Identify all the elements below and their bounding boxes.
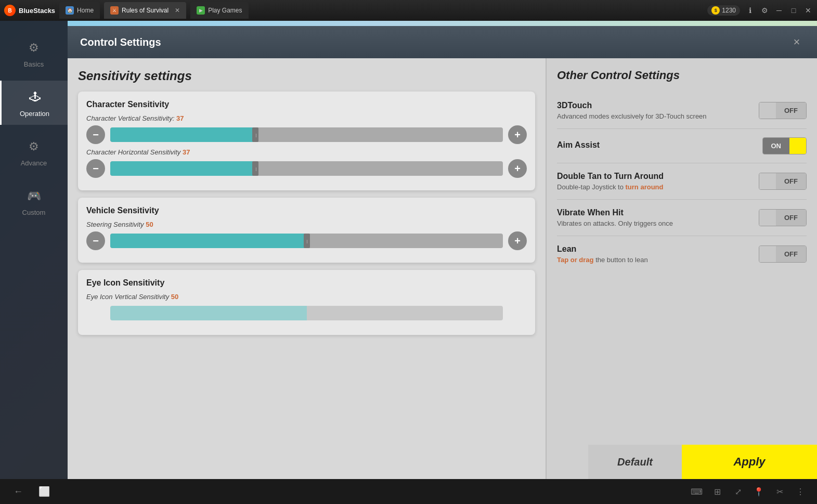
eye-sensitivity-card: Eye Icon Sensitivity Eye Icon Vertical S…	[78, 270, 535, 335]
control-settings-dialog: Control Settings × Sensitivity settings …	[68, 26, 817, 479]
advance-icon: ⚙	[24, 137, 43, 156]
vibrate-info: Vibrate When Hit Vibrates on attacks. On…	[557, 208, 759, 227]
vehicle-sensitivity-card: Vehicle Sensitivity Steering Sensitivity…	[78, 198, 535, 263]
lean-toggle[interactable]: OFF	[759, 245, 807, 263]
character-sensitivity-card: Character Sensitivity Character Vertical…	[78, 92, 535, 190]
sidebar-item-custom[interactable]: 🎮 Custom	[0, 179, 68, 224]
steering-value: 50	[146, 221, 153, 228]
coin-badge: $ 1230	[707, 5, 740, 16]
resize-icon[interactable]: ⤢	[732, 485, 744, 498]
vibrate-off-bg[interactable]	[759, 210, 776, 226]
steering-label: Steering Sensitivity 50	[86, 221, 527, 228]
vibrate-off-state[interactable]: OFF	[776, 210, 806, 226]
sidebar-advance-label: Advance	[21, 159, 47, 167]
tab-home-label: Home	[77, 7, 94, 14]
char-vertical-slider[interactable]	[110, 127, 503, 142]
eye-vertical-value: 50	[171, 293, 178, 301]
eye-vertical-slider[interactable]	[110, 306, 503, 320]
eye-sensitivity-title: Eye Icon Sensitivity	[86, 278, 527, 288]
bottom-right-controls: ⌨ ⊞ ⤢ 📍 ✂ ⋮	[690, 485, 807, 498]
double-tap-row: Double Tan to Turn Around Double-tap Joy…	[557, 163, 807, 200]
custom-icon: 🎮	[24, 187, 43, 205]
char-horizontal-label: Character Horizontal Sensitivity 37	[86, 148, 527, 156]
vibrate-desc: Vibrates on attacks. Only triggers once	[557, 219, 759, 227]
lean-row: Lean Tap or drag the button to lean OFF	[557, 236, 807, 272]
char-vertical-value: 37	[176, 114, 184, 122]
steering-slider[interactable]	[110, 234, 503, 248]
aim-assist-row: Aim Assist ON	[557, 129, 807, 163]
ros-tab-close[interactable]: ✕	[175, 7, 180, 14]
aim-assist-toggle[interactable]: ON	[762, 137, 807, 154]
steering-plus-btn[interactable]: +	[508, 231, 527, 250]
aim-assist-name: Aim Assist	[557, 140, 762, 150]
sidebar: ⚙ Basics 🕹 Operation ⚙ Advance 🎮 Custom	[0, 21, 68, 479]
bottom-left-controls: ← ⬜	[10, 484, 52, 499]
3dtouch-off-label[interactable]	[759, 102, 776, 119]
double-tap-toggle[interactable]: OFF	[759, 173, 807, 190]
char-horizontal-plus-btn[interactable]: +	[508, 159, 527, 178]
keyboard-icon[interactable]: ⌨	[690, 485, 703, 498]
3dtouch-off-state[interactable]: OFF	[776, 102, 806, 119]
back-button[interactable]: ←	[10, 484, 26, 499]
lean-desc: Tap or drag the button to lean	[557, 256, 759, 264]
taskbar-maximize-btn[interactable]: □	[789, 6, 798, 15]
sidebar-custom-label: Custom	[22, 209, 46, 216]
dialog-close-button[interactable]: ×	[789, 34, 805, 50]
more-icon[interactable]: ⋮	[794, 485, 807, 498]
char-horizontal-minus-btn[interactable]: −	[86, 159, 105, 178]
sidebar-item-advance[interactable]: ⚙ Advance	[0, 130, 68, 174]
char-horizontal-value: 37	[183, 148, 190, 156]
char-vertical-plus-btn[interactable]: +	[508, 125, 527, 144]
char-horizontal-slider-row: − +	[86, 159, 527, 178]
other-controls-panel: Other Control Settings 3DTouch Advanced …	[547, 58, 817, 479]
sidebar-operation-label: Operation	[20, 110, 49, 118]
taskbar-info-icon[interactable]: ℹ	[745, 6, 755, 15]
vibrate-toggle[interactable]: OFF	[759, 209, 807, 226]
aim-assist-yellow[interactable]	[789, 138, 806, 154]
3dtouch-toggle[interactable]: OFF	[759, 102, 807, 119]
taskbar-settings-icon[interactable]: ⚙	[760, 6, 769, 15]
3dtouch-name: 3DTouch	[557, 101, 759, 110]
3dtouch-row: 3DTouch Advanced modes exclusively for 3…	[557, 93, 807, 129]
default-button[interactable]: Default	[588, 445, 682, 479]
lean-highlight: Tap or drag	[557, 256, 594, 264]
bs-label: BlueStacks	[19, 7, 55, 15]
aim-assist-on-label[interactable]: ON	[763, 138, 790, 154]
apply-button[interactable]: Apply	[682, 445, 817, 479]
char-horizontal-slider[interactable]	[110, 161, 503, 176]
dialog-header: Control Settings ×	[68, 26, 817, 58]
location-icon[interactable]: 📍	[753, 485, 765, 498]
grid-icon[interactable]: ⊞	[711, 485, 723, 498]
sidebar-item-basics[interactable]: ⚙ Basics	[0, 31, 68, 75]
lean-off-state[interactable]: OFF	[776, 246, 806, 262]
main-area: ⚙ Basics 🕹 Operation ⚙ Advance 🎮 Custom …	[0, 21, 817, 479]
dialog-title: Control Settings	[80, 36, 161, 48]
tab-ros[interactable]: ⚔ Rules of Survival ✕	[104, 2, 186, 19]
3dtouch-desc: Advanced modes exclusively for 3D-Touch …	[557, 112, 759, 120]
double-tap-name: Double Tan to Turn Around	[557, 172, 759, 181]
double-tap-off-state[interactable]: OFF	[776, 173, 806, 189]
tab-ros-label: Rules of Survival	[122, 7, 168, 14]
bottom-bar: ← ⬜ ⌨ ⊞ ⤢ 📍 ✂ ⋮	[0, 479, 817, 504]
scissors-icon[interactable]: ✂	[773, 485, 786, 498]
lean-off-bg[interactable]	[759, 246, 776, 262]
char-vertical-label: Character Vertical Sensitivity: 37	[86, 114, 527, 122]
vibrate-row: Vibrate When Hit Vibrates on attacks. On…	[557, 200, 807, 236]
3dtouch-info: 3DTouch Advanced modes exclusively for 3…	[557, 101, 759, 120]
pg-tab-icon: ▶	[197, 6, 205, 15]
sensitivity-panel: Sensitivity settings Character Sensitivi…	[68, 58, 547, 479]
eye-vertical-slider-row: − +	[86, 304, 527, 322]
tab-home[interactable]: 🏠 Home	[59, 2, 100, 19]
dialog-footer: Default Apply	[547, 445, 817, 479]
taskbar-close-btn[interactable]: ✕	[803, 6, 813, 15]
sidebar-item-operation[interactable]: 🕹 Operation	[0, 81, 68, 125]
double-tap-off-bg[interactable]	[759, 173, 776, 189]
steering-minus-btn[interactable]: −	[86, 231, 105, 250]
char-vertical-minus-btn[interactable]: −	[86, 125, 105, 144]
home-button[interactable]: ⬜	[36, 484, 52, 499]
dialog-body: Sensitivity settings Character Sensitivi…	[68, 58, 817, 479]
tab-playgames[interactable]: ▶ Play Games	[190, 2, 248, 19]
taskbar-minimize-btn[interactable]: ─	[774, 6, 784, 15]
coin-icon: $	[711, 6, 720, 15]
other-controls-title: Other Control Settings	[557, 69, 807, 82]
